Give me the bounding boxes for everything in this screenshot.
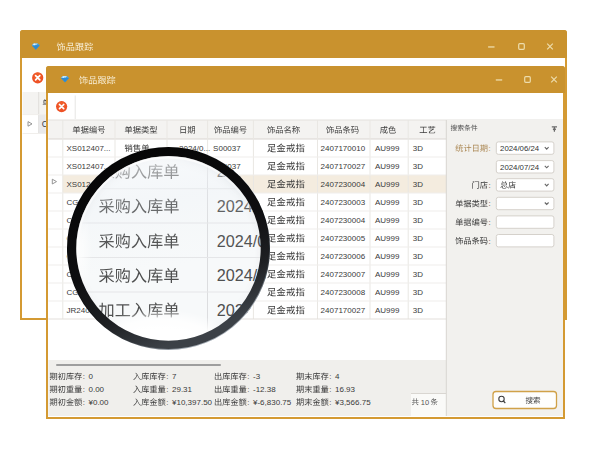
svg-text:2407230005: 2407230005: [321, 234, 366, 243]
svg-text:AU999: AU999: [375, 216, 400, 225]
svg-text:AU999: AU999: [375, 180, 400, 189]
svg-text:AU999: AU999: [375, 162, 400, 171]
svg-text:2407230007: 2407230007: [321, 270, 366, 279]
svg-text::: :: [83, 385, 85, 394]
svg-text:3D: 3D: [413, 180, 423, 189]
svg-text::: :: [166, 398, 168, 407]
svg-text:AU999: AU999: [375, 306, 400, 315]
svg-text:29.31: 29.31: [172, 385, 193, 394]
svg-text:3D: 3D: [413, 216, 423, 225]
svg-text::: :: [166, 385, 168, 394]
svg-text:AU999: AU999: [375, 144, 400, 153]
svg-text::: :: [329, 372, 331, 381]
svg-text:AU999: AU999: [375, 252, 400, 261]
svg-text:2407230004: 2407230004: [321, 216, 366, 225]
svg-text::: :: [166, 372, 168, 381]
svg-text:7: 7: [172, 372, 177, 381]
svg-text:3D: 3D: [413, 306, 423, 315]
svg-text:2407230004: 2407230004: [321, 180, 366, 189]
svg-text:-3: -3: [253, 372, 261, 381]
svg-text:16.93: 16.93: [335, 385, 356, 394]
svg-text:AU999: AU999: [375, 288, 400, 297]
svg-text::: :: [247, 398, 249, 407]
svg-text:3D: 3D: [413, 234, 423, 243]
svg-text::: :: [83, 372, 85, 381]
svg-text:2407170027: 2407170027: [321, 162, 366, 171]
svg-text::: :: [489, 237, 491, 246]
svg-text:0.00: 0.00: [89, 385, 105, 394]
svg-text::: :: [489, 218, 491, 227]
svg-text:AU999: AU999: [375, 198, 400, 207]
svg-text::: :: [329, 398, 331, 407]
svg-text:2407170027: 2407170027: [321, 306, 366, 315]
svg-text::: :: [329, 385, 331, 394]
svg-text:3D: 3D: [413, 288, 423, 297]
svg-text:AU999: AU999: [375, 234, 400, 243]
svg-text:3D: 3D: [413, 144, 423, 153]
svg-text:10: 10: [421, 398, 429, 407]
svg-text:3D: 3D: [413, 270, 423, 279]
svg-text::: :: [489, 144, 491, 153]
svg-text:¥-6,830.75: ¥-6,830.75: [252, 398, 292, 407]
svg-text:2407230006: 2407230006: [321, 252, 366, 261]
svg-text:3D: 3D: [413, 252, 423, 261]
svg-text::: :: [489, 199, 491, 208]
svg-text:¥3,566.75: ¥3,566.75: [334, 398, 371, 407]
svg-text::: :: [247, 372, 249, 381]
svg-text:3D: 3D: [413, 162, 423, 171]
svg-text:2407170010: 2407170010: [321, 144, 366, 153]
svg-text:2024/07/24: 2024/07/24: [500, 163, 540, 172]
svg-text:¥10,397.50: ¥10,397.50: [171, 398, 213, 407]
svg-text:3D: 3D: [413, 198, 423, 207]
svg-text::: :: [83, 398, 85, 407]
svg-text:¥0.00: ¥0.00: [88, 398, 110, 407]
svg-text:2024/06/24: 2024/06/24: [500, 144, 540, 153]
svg-text:2407230003: 2407230003: [321, 198, 366, 207]
svg-text::: :: [489, 181, 491, 190]
svg-text:-12.38: -12.38: [253, 385, 276, 394]
svg-text:2407230008: 2407230008: [321, 288, 366, 297]
svg-text:0: 0: [89, 372, 94, 381]
svg-text:4: 4: [335, 372, 340, 381]
svg-text::: :: [247, 385, 249, 394]
svg-text:AU999: AU999: [375, 270, 400, 279]
